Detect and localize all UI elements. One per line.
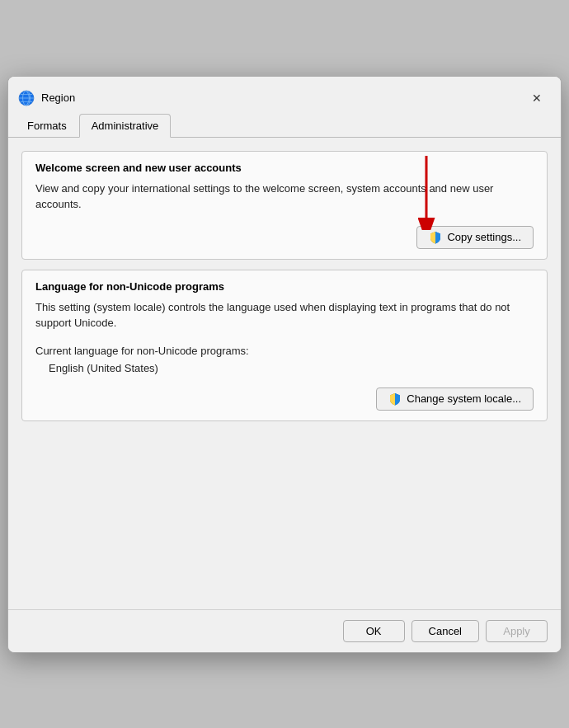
welcome-screen-desc: View and copy your international setting…: [35, 181, 534, 213]
change-system-locale-button[interactable]: Change system locale...: [376, 387, 534, 411]
unicode-title: Language for non-Unicode programs: [35, 280, 534, 293]
ok-button[interactable]: OK: [343, 620, 405, 642]
title-bar-left: Region: [18, 90, 75, 106]
change-locale-row: Change system locale...: [35, 387, 534, 411]
content-spacer: [21, 431, 548, 596]
copy-settings-button[interactable]: Copy settings...: [416, 226, 534, 249]
unicode-section: Language for non-Unicode programs This s…: [21, 270, 548, 421]
globe-icon: [18, 90, 35, 106]
tab-bar: Formats Administrative: [8, 113, 561, 138]
uac-shield-icon-2: [388, 392, 402, 406]
apply-button[interactable]: Apply: [486, 620, 548, 642]
current-language-value: English (United States): [49, 362, 534, 374]
region-dialog: Region ✕ Formats Administrative Welcome …: [7, 76, 562, 653]
tab-administrative[interactable]: Administrative: [79, 114, 172, 138]
tab-formats[interactable]: Formats: [15, 114, 79, 138]
unicode-desc: This setting (system locale) controls th…: [35, 299, 534, 331]
close-button[interactable]: ✕: [526, 87, 548, 109]
dialog-title: Region: [41, 92, 75, 104]
uac-shield-icon: [429, 231, 442, 244]
copy-settings-row: Copy settings...: [35, 226, 534, 249]
bottom-bar: OK Cancel Apply: [8, 609, 561, 652]
change-system-locale-label: Change system locale...: [407, 392, 521, 405]
copy-settings-label: Copy settings...: [447, 231, 521, 243]
welcome-screen-title: Welcome screen and new user accounts: [35, 162, 534, 174]
cancel-button[interactable]: Cancel: [411, 620, 479, 642]
current-language-label: Current language for non-Unicode program…: [35, 345, 534, 357]
main-content: Welcome screen and new user accounts Vie…: [8, 138, 561, 609]
welcome-screen-section: Welcome screen and new user accounts Vie…: [21, 151, 548, 260]
title-bar: Region ✕: [8, 77, 561, 110]
